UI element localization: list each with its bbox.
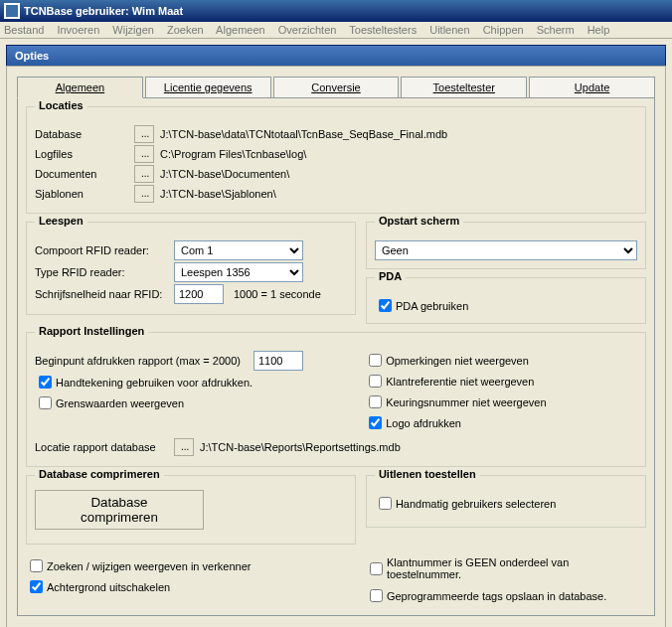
tab-licentie[interactable]: Licentie gegevens: [145, 77, 271, 98]
checkbox-pda[interactable]: PDA gebruiken: [375, 296, 468, 315]
menu-uitlenen[interactable]: Uitlenen: [429, 24, 469, 36]
menu-overzichten[interactable]: Overzichten: [278, 24, 337, 36]
group-title-pda: PDA: [375, 270, 406, 282]
label-rapport-locatie: Locatie rapport database: [35, 441, 174, 453]
group-leespen: Leespen Compoort RFID reader: Com 1 Type…: [26, 222, 356, 315]
menu-toesteltesters[interactable]: Toesteltesters: [349, 24, 417, 36]
group-pda: PDA PDA gebruiken: [366, 277, 646, 324]
checkbox-logo[interactable]: Logo afdrukken: [365, 413, 461, 432]
browse-documenten-button[interactable]: ...: [134, 165, 154, 183]
window-titlebar: TCNBase gebruiker: Wim Maat: [0, 0, 672, 22]
group-title-leespen: Leespen: [35, 215, 87, 227]
group-dbcomp: Database comprimeren Database comprimere…: [26, 475, 356, 545]
label-sjablonen: Sjablonen: [35, 188, 134, 200]
label-beginpunt: Beginpunt afdrukken rapport (max = 2000): [35, 355, 253, 367]
checkbox-keuringsnummer[interactable]: Keuringsnummer niet weergeven: [365, 392, 546, 411]
label-type-reader: Type RFID reader:: [35, 266, 174, 278]
menu-scherm[interactable]: Scherm: [537, 24, 575, 36]
browse-logfiles-button[interactable]: ...: [134, 145, 154, 163]
checkbox-achtergrond-input[interactable]: [30, 580, 43, 593]
menu-help[interactable]: Help: [588, 24, 610, 36]
path-database: J:\TCN-base\data\TCNtotaal\TcnBase_SeqBa…: [160, 128, 447, 140]
checkbox-achtergrond[interactable]: Achtergrond uitschakelen: [26, 577, 170, 596]
label-database: Database: [35, 128, 134, 140]
select-compoort[interactable]: Com 1: [174, 240, 303, 260]
select-type-reader[interactable]: Leespen 1356: [174, 262, 303, 282]
checkbox-grenswaarden[interactable]: Grenswaarden weergeven: [35, 393, 184, 412]
group-opstart: Opstart scherm Geen: [366, 222, 646, 269]
checkbox-klantreferentie-input[interactable]: [369, 375, 382, 388]
button-db-comprimeren[interactable]: Database comprimeren: [35, 490, 204, 530]
menu-bestand[interactable]: Bestand: [4, 24, 44, 36]
group-title-opstart: Opstart scherm: [375, 215, 463, 227]
select-opstart[interactable]: Geen: [375, 240, 637, 260]
group-locaties: Locaties Database ... J:\TCN-base\data\T…: [26, 106, 646, 214]
checkbox-opmerkingen-input[interactable]: [369, 354, 382, 367]
checkbox-zoeken-verkenner-input[interactable]: [30, 559, 43, 572]
menubar: Bestand Invoeren Wijzigen Zoeken Algemee…: [0, 22, 672, 39]
label-schrijf-hint: 1000 = 1 seconde: [234, 288, 321, 300]
label-schrijfsnelheid: Schrijfsnelheid naar RFID:: [35, 288, 174, 300]
path-rapport-locatie: J:\TCN-base\Reports\Reportsettings.mdb: [200, 441, 401, 453]
group-title-dbcomp: Database comprimeren: [35, 468, 164, 480]
menu-chippen[interactable]: Chippen: [483, 24, 524, 36]
checkbox-handtekening-input[interactable]: [39, 376, 52, 389]
path-logfiles: C:\Program Files\Tcnbase\log\: [160, 148, 306, 160]
browse-database-button[interactable]: ...: [134, 125, 154, 143]
menu-invoeren[interactable]: Invoeren: [57, 24, 99, 36]
group-uitlenen: Uitlenen toestellen Handmatig gebruikers…: [366, 475, 646, 528]
dialog-title: Opties: [6, 45, 666, 66]
tab-strip: Algemeen Licentie gegevens Conversie Toe…: [17, 77, 655, 98]
label-documenten: Documenten: [35, 168, 134, 180]
checkbox-keuringsnummer-input[interactable]: [369, 395, 382, 408]
checkbox-pda-input[interactable]: [379, 299, 392, 312]
browse-rapport-locatie-button[interactable]: ...: [174, 438, 194, 456]
window-title: TCNBase gebruiker: Wim Maat: [24, 0, 183, 22]
checkbox-handmatig[interactable]: Handmatig gebruikers selecteren: [375, 494, 556, 513]
label-compoort: Compoort RFID reader:: [35, 244, 174, 256]
input-schrijfsnelheid[interactable]: [174, 284, 224, 304]
checkbox-tags-db[interactable]: Geprogrammeerde tags opslaan in database…: [366, 586, 606, 605]
checkbox-tags-db-input[interactable]: [370, 589, 383, 602]
group-title-locaties: Locaties: [35, 99, 87, 111]
checkbox-klantnummer[interactable]: Klantnummer is GEEN onderdeel van toeste…: [366, 556, 646, 580]
browse-sjablonen-button[interactable]: ...: [134, 185, 154, 203]
group-title-uitlenen: Uitlenen toestellen: [375, 468, 480, 480]
group-rapport: Rapport Instellingen Beginpunt afdrukken…: [26, 332, 646, 467]
input-beginpunt[interactable]: [253, 351, 303, 371]
group-title-rapport: Rapport Instellingen: [35, 325, 148, 337]
checkbox-klantnummer-input[interactable]: [370, 562, 383, 575]
tab-algemeen[interactable]: Algemeen: [17, 77, 143, 98]
menu-zoeken[interactable]: Zoeken: [167, 24, 204, 36]
checkbox-opmerkingen[interactable]: Opmerkingen niet weergeven: [365, 351, 529, 370]
tab-toesteltester[interactable]: Toesteltester: [401, 77, 527, 98]
checkbox-logo-input[interactable]: [369, 416, 382, 429]
tab-update[interactable]: Update: [529, 77, 655, 98]
checkbox-handmatig-input[interactable]: [379, 497, 392, 510]
dialog-body: Algemeen Licentie gegevens Conversie Toe…: [6, 66, 666, 627]
menu-algemeen[interactable]: Algemeen: [216, 24, 265, 36]
checkbox-grenswaarden-input[interactable]: [39, 396, 52, 409]
menu-wijzigen[interactable]: Wijzigen: [112, 24, 154, 36]
path-documenten: J:\TCN-base\Documenten\: [160, 168, 289, 180]
checkbox-handtekening[interactable]: Handtekening gebruiken voor afdrukken.: [35, 373, 252, 392]
tab-conversie[interactable]: Conversie: [273, 77, 400, 98]
app-icon: [4, 3, 20, 19]
tab-panel-algemeen: Locaties Database ... J:\TCN-base\data\T…: [17, 97, 655, 616]
checkbox-klantreferentie[interactable]: Klantreferentie niet weergeven: [365, 372, 534, 391]
checkbox-zoeken-verkenner[interactable]: Zoeken / wijzigen weergeven in verkenner: [26, 556, 251, 575]
label-logfiles: Logfiles: [35, 148, 134, 160]
path-sjablonen: J:\TCN-base\Sjablonen\: [160, 188, 276, 200]
